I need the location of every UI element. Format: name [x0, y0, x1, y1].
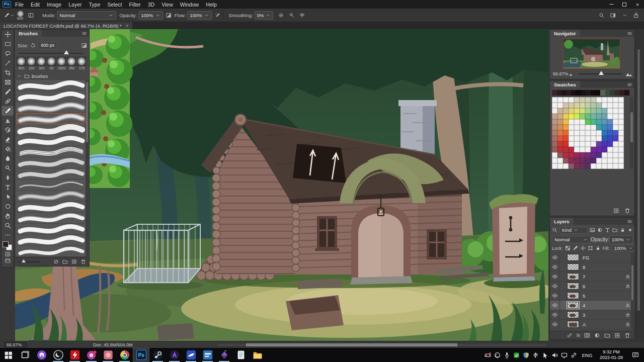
- visibility-toggle[interactable]: [550, 262, 560, 272]
- swatch-3-9[interactable]: [602, 114, 607, 119]
- stroke-preview-icon[interactable]: [53, 259, 59, 264]
- layers-scrollbar[interactable]: [631, 253, 634, 329]
- brush-stroke-12[interactable]: [16, 202, 86, 213]
- menu-filter[interactable]: Filter: [129, 2, 140, 8]
- swatch-4-9[interactable]: [602, 119, 607, 125]
- swatch-1-6[interactable]: [585, 103, 591, 108]
- taskbar-pink-app[interactable]: [100, 348, 116, 362]
- brush-stroke-6[interactable]: [16, 135, 86, 146]
- swatch-2-6[interactable]: [585, 108, 591, 114]
- swatch-5-11[interactable]: [613, 125, 618, 130]
- tool-eraser[interactable]: [2, 135, 14, 144]
- swatch-6-7[interactable]: [591, 130, 596, 136]
- brush-stroke-1[interactable]: [16, 80, 86, 91]
- swatch-12-1[interactable]: [557, 163, 563, 169]
- lock-all-icon[interactable]: [595, 245, 601, 251]
- layer-row-A[interactable]: A: [550, 320, 634, 329]
- layer-row-4[interactable]: 4: [550, 301, 634, 310]
- swatch-1-12[interactable]: [618, 103, 624, 108]
- swatch-0-10[interactable]: [607, 97, 613, 103]
- taskbar-red-lightning-app[interactable]: [66, 348, 83, 362]
- swatch-3-12[interactable]: [618, 114, 624, 119]
- swatch-11-6[interactable]: [585, 158, 591, 163]
- swatch-4-8[interactable]: [596, 119, 602, 125]
- swatch-6-9[interactable]: [602, 130, 607, 136]
- lock-pixels-icon[interactable]: [573, 245, 578, 251]
- workspace-switcher-icon[interactable]: [610, 13, 616, 18]
- tool-pathsel[interactable]: [2, 192, 14, 202]
- swatch-0-1[interactable]: [557, 97, 563, 103]
- swatch-8-12[interactable]: [618, 141, 624, 147]
- color-swatches[interactable]: [3, 241, 13, 250]
- swatch-8-6[interactable]: [585, 141, 591, 147]
- size-input[interactable]: 600 px: [38, 42, 57, 49]
- swatch-2-5[interactable]: [580, 108, 585, 114]
- swatch-7-9[interactable]: [602, 136, 607, 141]
- recent-swatch-14[interactable]: [615, 90, 620, 96]
- menu-help[interactable]: Help: [206, 2, 217, 8]
- tool-brush[interactable]: [2, 106, 14, 116]
- tray-controller-icon[interactable]: [483, 348, 493, 362]
- swatch-4-2[interactable]: [563, 119, 569, 125]
- brush-preset-175[interactable]: 175: [77, 57, 87, 72]
- layer-row-8[interactable]: 8: [550, 262, 634, 272]
- stroke-preview-slider[interactable]: [18, 261, 40, 262]
- swatch-4-12[interactable]: [618, 119, 624, 125]
- swatch-4-5[interactable]: [580, 119, 585, 125]
- recent-swatch-8[interactable]: [586, 90, 591, 96]
- tray-speaker-icon[interactable]: [550, 348, 559, 362]
- recent-swatch-10[interactable]: [595, 90, 600, 96]
- swatch-7-11[interactable]: [613, 136, 618, 141]
- tool-hand[interactable]: [2, 211, 14, 221]
- swatch-4-3[interactable]: [569, 119, 574, 125]
- layer-thumbnail[interactable]: [567, 254, 579, 261]
- swatch-6-0[interactable]: [552, 130, 557, 136]
- layer-row-FG[interactable]: FG: [550, 253, 634, 262]
- swatch-11-10[interactable]: [607, 158, 613, 163]
- filter-image-icon[interactable]: [590, 227, 595, 233]
- blend-mode-select[interactable]: Normal: [57, 11, 116, 20]
- tray-circle-app-icon[interactable]: [493, 348, 502, 362]
- delete-swatch-icon[interactable]: [624, 208, 630, 214]
- delete-brush-icon[interactable]: [80, 259, 86, 264]
- swatch-12-10[interactable]: [607, 163, 613, 169]
- smoothing-gear-icon[interactable]: [278, 13, 284, 18]
- swatch-7-3[interactable]: [569, 136, 574, 141]
- swatch-8-5[interactable]: [580, 141, 585, 147]
- swatch-12-8[interactable]: [596, 163, 602, 169]
- tool-lasso[interactable]: [2, 49, 14, 58]
- brush-preset-90[interactable]: 90: [47, 57, 56, 72]
- reset-size-icon[interactable]: [30, 43, 36, 48]
- swatch-6-2[interactable]: [563, 130, 569, 136]
- tool-frame[interactable]: [2, 77, 14, 87]
- layer-thumbnail[interactable]: [567, 321, 579, 328]
- swatch-0-3[interactable]: [569, 97, 574, 103]
- swatch-1-3[interactable]: [569, 103, 574, 108]
- swatch-10-4[interactable]: [574, 152, 580, 158]
- layer-row-3[interactable]: 3: [550, 310, 634, 320]
- recent-swatch-15[interactable]: [619, 90, 624, 96]
- swatch-5-9[interactable]: [602, 125, 607, 130]
- swatch-3-8[interactable]: [596, 114, 602, 119]
- swatch-9-1[interactable]: [557, 147, 563, 152]
- swatch-9-10[interactable]: [607, 147, 613, 152]
- taskbar-task-view[interactable]: [17, 348, 33, 362]
- swatch-2-11[interactable]: [613, 108, 618, 114]
- swatch-2-2[interactable]: [563, 108, 569, 114]
- layer-thumbnail[interactable]: [567, 292, 579, 299]
- delete-layer-icon[interactable]: [624, 332, 630, 338]
- taskbar-magenta-app[interactable]: [83, 348, 100, 362]
- layer-thumbnail[interactable]: [567, 311, 579, 318]
- swatch-9-0[interactable]: [552, 147, 557, 152]
- swatch-8-7[interactable]: [591, 141, 596, 147]
- tool-bucket[interactable]: [2, 144, 14, 154]
- swatch-5-4[interactable]: [574, 125, 580, 130]
- taskbar-steam[interactable]: [149, 348, 166, 362]
- filter-adjustment-icon[interactable]: [597, 227, 603, 233]
- navigator-zoom-slider[interactable]: [579, 73, 622, 74]
- swatch-2-4[interactable]: [574, 108, 580, 114]
- swatch-11-8[interactable]: [596, 158, 602, 163]
- brush-preset-100[interactable]: 100: [27, 57, 36, 72]
- brush-stroke-7[interactable]: [16, 146, 86, 157]
- new-layer-icon[interactable]: [614, 332, 620, 338]
